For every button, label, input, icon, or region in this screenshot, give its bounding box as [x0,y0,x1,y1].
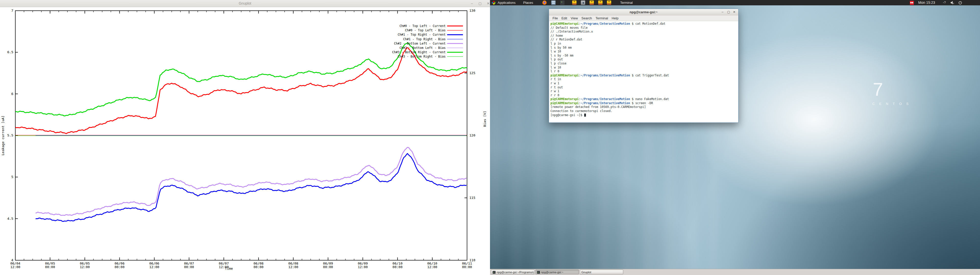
x-tick-label: 00:00 [184,265,194,269]
x-tick-label: 12:00 [288,265,298,269]
legend-label: Ch#3 - Bottom Right - Current [392,51,445,54]
midas-icon[interactable]: M [598,0,603,5]
legend-label: Ch#0 - Top Left - Bias [405,28,445,32]
x-tick-label: 06/10 [393,261,402,266]
terminal-line: // home [550,34,736,38]
x-tick-label: 12:00 [427,265,437,269]
screenshot-icon[interactable] [581,0,585,5]
y-tick-label: 5.5 [7,133,13,137]
y2-tick-label: 120 [469,133,475,137]
y-tick-label: 6 [11,92,13,96]
taskbar-item[interactable]: npg@carme-gsi:~/Programs/caenlog... [491,270,535,274]
terminal-icon [537,271,540,274]
applications-menu[interactable]: Applications [498,0,515,5]
y-tick-label: 7 [11,9,13,13]
gnuplot-titlebar: Gnuplot – ▢ ✕ [0,0,490,7]
files-icon[interactable] [551,0,555,5]
maximize-button[interactable]: ▢ [477,1,484,6]
legend-label: Ch#1 - Top Right - Bias [403,38,445,41]
terminal-line: // Default moves file [550,26,736,30]
legend-label: Ch#2 - Bottom Left - Current [394,42,445,45]
gnuplot-plot: 06/0412:0006/0500:0006/0512:0006/0600:00… [0,7,490,275]
x-tick-label: 06/05 [45,261,55,266]
taskbar: npg@carme-gsi:~/Programs/caenlog...npg@c… [490,269,980,275]
midas-icon[interactable]: M [590,0,594,5]
midas-icon[interactable]: M [607,0,611,5]
terminal-line: r r 0 [550,93,736,98]
y2-tick-label: 110 [469,258,475,262]
x-tick-label: 00:00 [393,265,402,269]
x-tick-label: 12:00 [80,265,90,269]
terminal-titlebar[interactable]: npg@carme-gsi:~ – ▢ ✕ [549,9,738,16]
places-menu[interactable]: Places [523,0,533,5]
centos-numeral: 7 [873,79,883,100]
terminal-window: npg@carme-gsi:~ – ▢ ✕ FileEditViewSearch… [549,9,738,123]
terminal-close-button[interactable]: ✕ [732,10,737,14]
menu-item-help[interactable]: Help [612,16,619,20]
y2-tick-label: 115 [469,196,475,200]
terminal-minimize-button[interactable]: – [720,10,725,14]
terminal-line: r t out [550,85,736,90]
terminal-line: l r 0 [550,70,736,74]
clock[interactable]: Mon 15:23 [918,0,935,5]
x-tick-label: 06/09 [358,261,368,266]
menu-item-terminal[interactable]: Terminal [596,16,608,20]
terminal-line: pi@CARMEmotorspi:~/Programs/InteractiveM… [550,22,736,26]
menu-item-search[interactable]: Search [581,16,592,20]
y-tick-label: 5 [11,175,13,179]
menu-item-view[interactable]: View [571,16,578,20]
terminal-line: l w 10 [550,66,736,70]
x-tick-label: 06/08 [254,261,264,266]
terminal-line: [remote power detached from 10569.pts-0.… [550,105,736,109]
power-icon[interactable] [958,1,962,5]
taskbar-item-label: Gnuplot [581,271,591,274]
terminal-line: r t in [550,77,736,82]
x-tick-label: 06/11 [462,261,472,266]
taskbar-item[interactable]: Gnuplot [580,270,623,274]
taskbar-item[interactable]: npg@carme-gsi:~ [535,270,579,274]
firefox-icon[interactable] [542,0,547,5]
y2-tick-label: 130 [469,9,475,13]
y2-axis-title: Bias [V] [483,111,487,127]
x-tick-label: 12:00 [358,265,368,269]
terminal-line: // r MotionDef.dat [550,38,736,42]
network-icon[interactable]: ▫? [943,1,946,4]
terminal-icon[interactable] [560,0,565,5]
applications-menu-icon[interactable] [492,1,495,5]
x-tick-label: 00:00 [462,265,472,269]
legend-label: Ch#0 - Top Left - Current [399,24,445,28]
series-ch0-top-left-current [15,48,467,134]
y-tick-label: 4.5 [7,217,13,221]
terminal-line: pi@CARMEmotorspi:~/Programs/InteractiveM… [550,74,736,77]
window-title: Gnuplot [0,1,490,5]
series-ch2-bottom-left-current [35,147,466,215]
menu-item-edit[interactable]: Edit [562,16,567,20]
terminal-line: [npg@carme-gsi ~]$ [550,113,736,117]
gnuplot-canvas[interactable]: 06/0412:0006/0500:0006/0512:0006/0600:00… [0,7,490,275]
y-tick-label: 4 [11,258,13,262]
centos-brand: C E N T O S [872,102,910,106]
midas-icon[interactable]: M [572,0,576,5]
active-app-label[interactable]: Terminal [620,0,633,5]
terminal-line: r w 1 [550,82,736,85]
x-tick-label: 00:00 [254,265,264,269]
terminal-line: // ./InteractiveMotion.x [550,30,736,34]
menu-item-file[interactable]: File [552,16,558,20]
x-tick-label: 06/07 [184,261,194,266]
x-tick-label: 00:00 [115,265,124,269]
notification-icon[interactable] [910,1,914,5]
minimize-button[interactable]: – [469,1,475,6]
legend-label: Ch#3 - Bottom Right - Bias [398,55,445,58]
legend-label: Ch#1 - Top Right - Current [398,33,445,36]
x-tick-label: 12:00 [149,265,159,269]
x-tick-label: 06/08 [288,261,298,266]
terminal-line: l s by 50 mm [550,46,736,50]
terminal-maximize-button[interactable]: ▢ [726,10,731,14]
terminal-cursor [584,114,586,117]
terminal-content[interactable]: pi@CARMEmotorspi:~/Programs/InteractiveM… [549,21,736,122]
chart-svg: 06/0412:0006/0500:0006/0512:0006/0600:00… [0,7,490,275]
terminal-line: pi@CARMEmotorspi:~/Programs/InteractiveM… [550,97,736,101]
x-tick-label: 00:00 [45,265,55,269]
volume-muted-icon[interactable]: x [951,1,955,4]
terminal-line: l p out [550,58,736,62]
